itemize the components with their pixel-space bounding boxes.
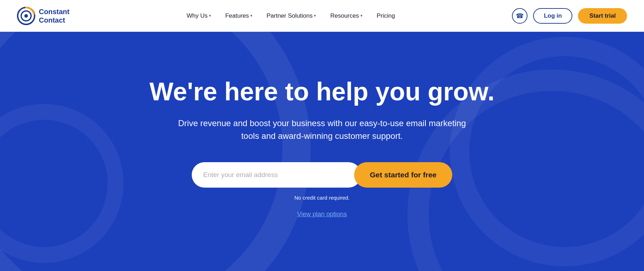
- logo-link[interactable]: Constant Contact: [17, 7, 70, 25]
- start-trial-button[interactable]: Start trial: [578, 8, 627, 24]
- logo-text-line2: Contact: [39, 16, 70, 24]
- navbar: Constant Contact Why Us ▾ Features ▾ Par…: [0, 0, 644, 32]
- chevron-down-icon: ▾: [360, 13, 363, 18]
- chevron-down-icon: ▾: [209, 13, 211, 18]
- phone-icon: ☎: [516, 12, 524, 20]
- phone-button[interactable]: ☎: [512, 8, 527, 24]
- view-plans-link[interactable]: View plan options: [297, 211, 347, 218]
- logo-icon: [17, 7, 35, 25]
- chevron-down-icon: ▾: [314, 13, 316, 18]
- chevron-down-icon: ▾: [250, 13, 252, 18]
- nav-item-pricing[interactable]: Pricing: [371, 10, 401, 22]
- nav-links: Why Us ▾ Features ▾ Partner Solutions ▾ …: [181, 10, 400, 22]
- hero-content: We're here to help you grow. Drive reven…: [149, 78, 494, 218]
- logo-text-line1: Constant: [39, 7, 70, 16]
- nav-item-partner-solutions[interactable]: Partner Solutions ▾: [261, 10, 322, 22]
- hero-decoration-circle-left: [0, 104, 124, 263]
- hero-subtitle: Drive revenue and boost your business wi…: [170, 117, 474, 142]
- get-started-button[interactable]: Get started for free: [354, 162, 452, 188]
- hero-title: We're here to help you grow.: [149, 78, 494, 106]
- hero-form: Get started for free: [149, 162, 494, 188]
- svg-point-2: [24, 14, 28, 18]
- no-credit-text: No credit card required.: [149, 195, 494, 201]
- email-input[interactable]: [192, 162, 361, 188]
- hero-section: We're here to help you grow. Drive reven…: [0, 32, 644, 271]
- nav-actions: ☎ Log in Start trial: [512, 8, 627, 24]
- nav-item-resources[interactable]: Resources ▾: [324, 10, 368, 22]
- nav-item-why-us[interactable]: Why Us ▾: [181, 10, 217, 22]
- nav-item-features[interactable]: Features ▾: [220, 10, 258, 22]
- login-button[interactable]: Log in: [533, 8, 572, 24]
